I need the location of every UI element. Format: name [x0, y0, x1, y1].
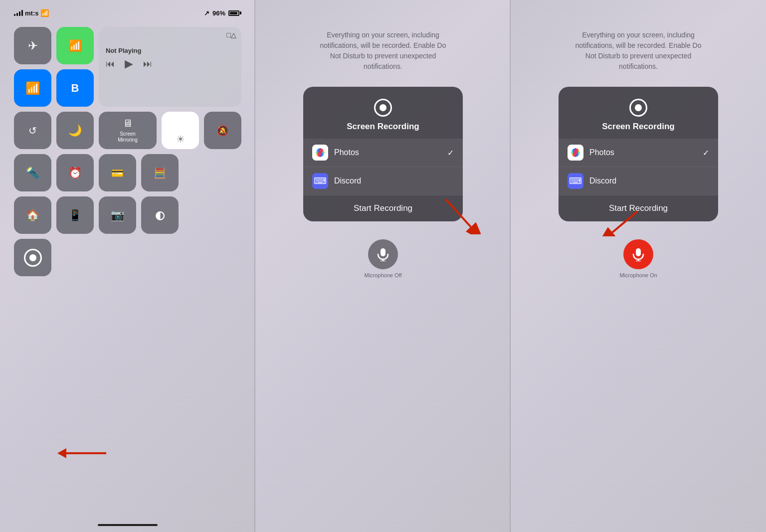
svg-text:⌨: ⌨: [569, 176, 582, 186]
home-tile[interactable]: 🏠: [14, 196, 51, 234]
rotation-lock-tile[interactable]: ↺️: [14, 112, 51, 149]
svg-text:⌨: ⌨: [314, 176, 327, 186]
status-left: mt:s 📶: [14, 9, 49, 17]
photos-icon-2: [568, 145, 583, 161]
next-icon[interactable]: ⏭: [143, 59, 152, 69]
recording-title-2: Screen Recording: [602, 122, 675, 132]
moon-icon: 🌙: [68, 124, 82, 137]
wallet-icon: 💳: [111, 167, 124, 179]
calculator-icon: 🧮: [154, 167, 166, 179]
microphone-off-label: Microphone Off: [364, 272, 401, 278]
discord-label-2: Discord: [589, 177, 709, 185]
media-tile[interactable]: □△ Not Playing ⏮ ▶ ⏭: [99, 27, 241, 107]
location-icon: ↗: [204, 9, 209, 17]
do-not-disturb-tile[interactable]: 🌙: [56, 112, 94, 149]
screen-recording-panel-2: Everything on your screen, including not…: [511, 0, 766, 532]
app-list-2: Photos ✓ ⌨ Discord: [559, 139, 718, 195]
discord-icon-1: ⌨: [312, 173, 328, 189]
cellular-tile[interactable]: 📶: [56, 27, 94, 64]
screen-mirror-label: ScreenMirroring: [118, 131, 137, 143]
calculator-tile[interactable]: 🧮: [141, 154, 179, 191]
app-list-1: Photos ✓ ⌨ Discord: [303, 139, 463, 195]
wifi-tile[interactable]: 📶: [14, 69, 51, 107]
status-right: ↗ 96%: [204, 9, 241, 17]
airplay-icon: □△: [227, 31, 236, 39]
photos-item-1[interactable]: Photos ✓: [303, 139, 463, 167]
accessibility-tile[interactable]: ◐: [141, 196, 179, 234]
rotation-lock-icon: ↺️: [28, 125, 37, 137]
photos-label-2: Photos: [589, 148, 703, 157]
recording-icon-wrap-1: [372, 97, 394, 119]
wifi-icon: 📶: [25, 81, 40, 95]
screen-mirror-icon: 🖥: [123, 118, 133, 129]
control-center-panel: mt:s 📶 ↗ 96%: [0, 0, 255, 532]
svg-line-28: [612, 211, 637, 232]
status-bar: mt:s 📶 ↗ 96%: [0, 0, 255, 22]
screen-mirroring-tile[interactable]: 🖥 ScreenMirroring: [99, 112, 157, 149]
home-indicator: [98, 524, 158, 526]
start-recording-btn-1[interactable]: Start Recording: [303, 195, 463, 221]
clock-tile[interactable]: ⏰: [56, 154, 94, 191]
carrier-label: mt:s: [25, 9, 38, 17]
airplane-icon: ✈: [28, 39, 38, 53]
signal-bar-1: [14, 14, 15, 16]
cc-row-4: 🏠 📱 📷 ◐: [14, 196, 241, 234]
microphone-off-area: Microphone Off: [364, 239, 401, 278]
discord-item-2[interactable]: ⌨ Discord: [559, 167, 718, 195]
remote-tile[interactable]: 📱: [56, 196, 94, 234]
microphone-off-button[interactable]: [368, 239, 398, 269]
record-circle-outer: [24, 249, 42, 267]
discord-item-1[interactable]: ⌨ Discord: [303, 167, 463, 195]
flashlight-tile[interactable]: 🔦: [14, 154, 51, 191]
bluetooth-tile[interactable]: B: [56, 69, 94, 107]
cc-row-2: ↺️ 🌙 🖥 ScreenMirroring ☀ 🔕: [14, 112, 241, 149]
clock-icon: ⏰: [68, 167, 82, 179]
accessibility-icon: ◐: [155, 209, 165, 222]
discord-icon-2: ⌨: [568, 173, 583, 189]
airplane-mode-tile[interactable]: ✈: [14, 27, 51, 64]
play-icon[interactable]: ▶: [125, 57, 133, 70]
arrow-to-mic: [602, 206, 642, 238]
arrow-to-record: [57, 448, 106, 458]
svg-rect-13: [381, 248, 385, 256]
arrow-to-photos: [441, 194, 481, 236]
signal-bar-2: [16, 13, 18, 16]
battery-pct: 96%: [212, 9, 225, 17]
media-title: Not Playing: [106, 47, 234, 54]
rec-circle-outer-1: [374, 99, 392, 117]
microphone-on-button[interactable]: [623, 239, 653, 269]
battery-icon: [228, 10, 241, 16]
mute-tile[interactable]: 🔕: [204, 112, 241, 149]
brightness-slider-tile[interactable]: ☀: [162, 112, 199, 149]
camera-tile[interactable]: 📷: [99, 196, 136, 234]
cc-row-3: 🔦 ⏰ 💳 🧮: [14, 154, 241, 191]
recording-title-1: Screen Recording: [347, 122, 419, 132]
signal-bar-4: [21, 10, 23, 16]
control-center-grid: ✈ 📶 📶 B: [0, 27, 255, 276]
svg-line-12: [446, 199, 471, 227]
wifi-icon: 📶: [40, 9, 49, 17]
recording-icon-wrap-2: [627, 97, 649, 119]
photos-item-2[interactable]: Photos ✓: [559, 139, 718, 167]
media-controls: ⏮ ▶ ⏭: [106, 57, 234, 70]
rec-circle-outer-2: [629, 99, 647, 117]
photos-label-1: Photos: [334, 148, 447, 157]
cc-row-5: [14, 239, 241, 276]
screen-record-tile[interactable]: [14, 239, 51, 276]
photos-icon-1: [312, 145, 328, 161]
recording-card-1: Screen Recording: [303, 87, 463, 221]
info-text-2: Everything on your screen, including not…: [574, 30, 703, 72]
microphone-on-label: Microphone On: [619, 272, 657, 278]
arrow-line: [66, 452, 106, 454]
flashlight-icon: 🔦: [26, 167, 39, 179]
info-text-1: Everything on your screen, including not…: [318, 30, 448, 72]
wallet-tile[interactable]: 💳: [99, 154, 136, 191]
photos-checkmark-1: ✓: [447, 148, 454, 158]
record-circle-inner: [29, 254, 36, 261]
sun-icon: ☀: [176, 133, 185, 145]
home-icon: 🏠: [26, 209, 39, 222]
screen-recording-panel-1: Everything on your screen, including not…: [255, 0, 511, 532]
remote-icon: 📱: [68, 209, 82, 222]
microphone-on-area: Microphone On: [619, 239, 657, 278]
prev-icon[interactable]: ⏮: [106, 59, 115, 69]
